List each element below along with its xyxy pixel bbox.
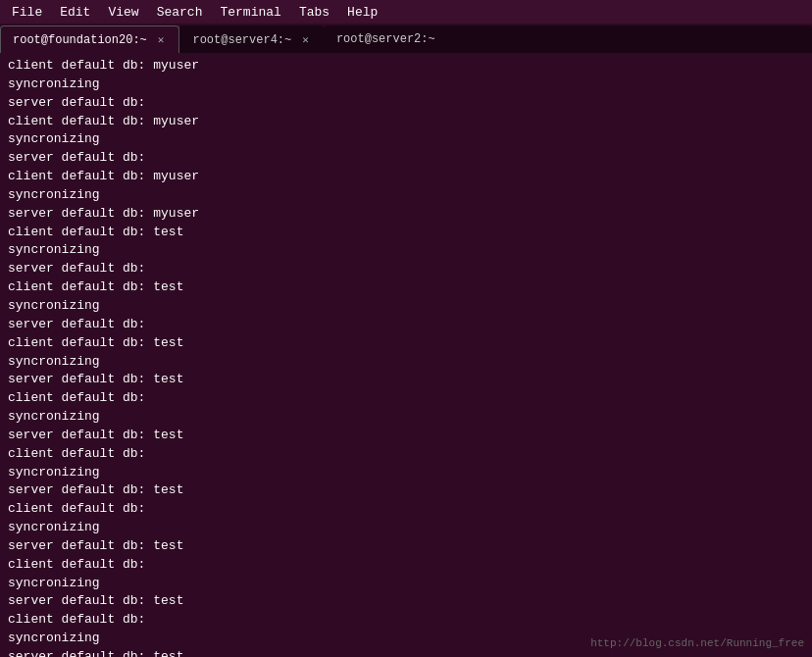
terminal-line: client default db: myuser (8, 168, 804, 186)
tab-server4-label: root@server4:~ (192, 33, 291, 47)
tab-server2-label: root@server2:~ (336, 32, 435, 46)
terminal-line: syncronizing (8, 353, 804, 372)
terminal-line: server default db: test (8, 427, 804, 445)
terminal-line: server default db: (8, 260, 804, 278)
tab-server2[interactable]: root@server2:~ (325, 25, 812, 53)
terminal-line: server default db: test (8, 371, 804, 389)
terminal-line: client default db: (8, 556, 804, 575)
terminal-line: server default db: test (8, 537, 804, 556)
terminal-line: syncronizing (8, 186, 804, 205)
terminal-line: server default db: (8, 149, 804, 168)
terminal-line: client default db: myuser (8, 57, 804, 76)
terminal-line: client default db: test (8, 278, 804, 297)
terminal-lines: client default db: myusersyncronizingser… (8, 57, 804, 657)
terminal-content: client default db: myusersyncronizingser… (0, 53, 812, 657)
terminal-line: client default db: test (8, 224, 804, 242)
tab-foundation20[interactable]: root@foundation20:~ ✕ (0, 25, 179, 53)
terminal-line: client default db: myuser (8, 113, 804, 131)
menu-view[interactable]: View (100, 3, 146, 22)
terminal-line: client default db: test (8, 334, 804, 353)
tab-foundation20-label: root@foundation20:~ (13, 33, 147, 47)
terminal-line: syncronizing (8, 519, 804, 537)
terminal-line: client default db: (8, 500, 804, 519)
tab-foundation20-close[interactable]: ✕ (155, 32, 168, 47)
menu-tabs[interactable]: Tabs (291, 3, 337, 22)
tab-server4[interactable]: root@server4:~ ✕ (179, 25, 324, 53)
terminal-line: client default db: (8, 611, 804, 630)
terminal-line: syncronizing (8, 408, 804, 427)
terminal-line: syncronizing (8, 76, 804, 94)
tab-server4-close[interactable]: ✕ (299, 32, 312, 47)
menu-bar: File Edit View Search Terminal Tabs Help (0, 0, 812, 24)
terminal-line: server default db: test (8, 592, 804, 611)
terminal-line: server default db: test (8, 648, 804, 657)
terminal-line: syncronizing (8, 241, 804, 260)
terminal-line: syncronizing (8, 130, 804, 149)
terminal-line: server default db: (8, 94, 804, 113)
menu-help[interactable]: Help (339, 3, 385, 22)
menu-edit[interactable]: Edit (52, 3, 98, 22)
terminal-line: server default db: myuser (8, 205, 804, 224)
tab-bar: root@foundation20:~ ✕ root@server4:~ ✕ r… (0, 24, 812, 53)
terminal-line: server default db: test (8, 481, 804, 500)
terminal-line: server default db: (8, 316, 804, 334)
terminal-line: client default db: (8, 445, 804, 464)
watermark: http://blog.csdn.net/Running_free (590, 637, 804, 649)
terminal-line: syncronizing (8, 464, 804, 482)
terminal-line: client default db: (8, 389, 804, 408)
menu-terminal[interactable]: Terminal (212, 3, 288, 22)
menu-search[interactable]: Search (149, 3, 211, 22)
terminal-line: syncronizing (8, 575, 804, 593)
terminal-line: syncronizing (8, 297, 804, 316)
menu-file[interactable]: File (4, 3, 50, 22)
